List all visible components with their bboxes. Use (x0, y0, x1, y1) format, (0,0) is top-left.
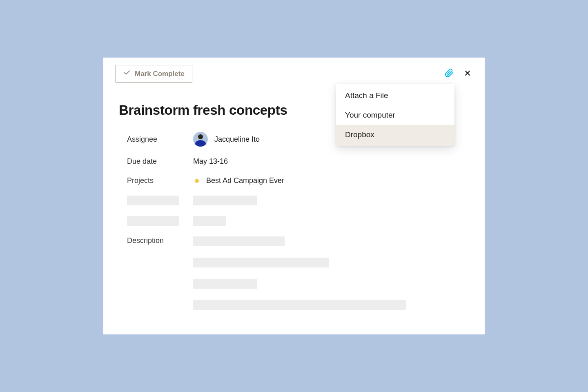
placeholder-row-1 (119, 196, 469, 205)
due-date-row: Due date May 13-16 (119, 157, 469, 166)
description-placeholder[interactable] (193, 236, 406, 310)
task-detail-card: Mark Complete Brainstorm fresh concepts … (103, 58, 485, 334)
skeleton-placeholder (193, 279, 257, 289)
dropdown-item-your-computer[interactable]: Your computer (336, 105, 454, 125)
mark-complete-label: Mark Complete (135, 70, 185, 78)
project-name: Best Ad Campaign Ever (206, 176, 284, 185)
check-icon (123, 69, 131, 78)
header-actions (445, 69, 472, 79)
skeleton-placeholder (193, 300, 406, 310)
due-date-label: Due date (127, 157, 193, 166)
projects-label: Projects (127, 176, 193, 185)
due-date-value[interactable]: May 13-16 (193, 157, 228, 166)
mark-complete-button[interactable]: Mark Complete (116, 65, 192, 82)
attachment-icon[interactable] (445, 69, 454, 79)
project-value[interactable]: Best Ad Campaign Ever (193, 176, 284, 185)
skeleton-placeholder (193, 236, 285, 246)
placeholder-row-2 (119, 216, 469, 226)
avatar (193, 132, 208, 147)
dropdown-item-attach-file[interactable]: Attach a File (336, 84, 454, 105)
skeleton-placeholder (127, 196, 179, 205)
projects-row: Projects Best Ad Campaign Ever (119, 176, 469, 185)
skeleton-placeholder (193, 216, 226, 226)
description-row: Description (119, 236, 469, 310)
skeleton-placeholder (193, 258, 329, 267)
attach-dropdown-menu: Attach a File Your computer Dropbox (336, 84, 454, 146)
assignee-value[interactable]: Jacqueline Ito (193, 132, 260, 147)
project-color-dot (195, 179, 199, 183)
skeleton-placeholder (127, 216, 179, 226)
description-label: Description (127, 236, 193, 245)
assignee-name: Jacqueline Ito (214, 135, 260, 144)
close-icon[interactable] (463, 69, 472, 79)
assignee-label: Assignee (127, 135, 193, 144)
skeleton-placeholder (193, 196, 257, 205)
dropdown-item-dropbox[interactable]: Dropbox (336, 125, 454, 146)
